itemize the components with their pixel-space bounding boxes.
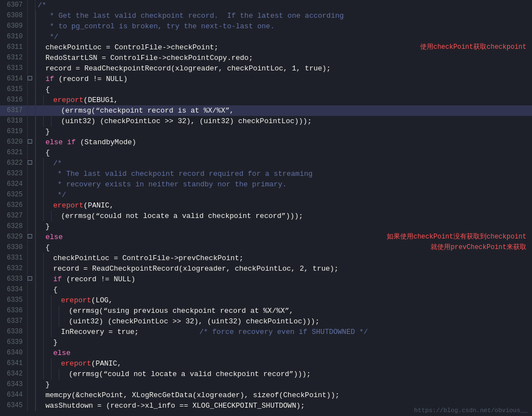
token-plain: (LOG,	[91, 296, 113, 305]
code-content: (uint32) (checkPointLoc >> 32), (uint32)…	[59, 116, 532, 126]
code-line: 6308 * Get the last valid checkpoint rec…	[0, 11, 532, 21]
token-plain: {	[45, 243, 50, 252]
line-number: 6339	[0, 337, 28, 348]
code-line: 6340else	[0, 348, 532, 358]
fold-column	[28, 306, 35, 316]
code-content: }	[43, 126, 532, 137]
token-plain: (errmsg(“could not locate a valid checkp…	[69, 370, 311, 378]
code-content: }	[43, 221, 532, 232]
token-plain: InRecovery = true;	[61, 328, 139, 336]
line-number: 6331	[0, 253, 28, 263]
indent-guides	[35, 400, 43, 411]
indent-guides	[35, 369, 66, 379]
code-content: (errmsg(“checkpoint record is at %X/%X”,	[59, 105, 532, 116]
token-cmt: */	[53, 191, 66, 199]
code-line: 6328}	[0, 221, 532, 232]
line-number: 6323	[0, 169, 28, 179]
indent-guides	[35, 42, 43, 53]
token-plain: (StandbyMode)	[76, 138, 136, 146]
code-content: /*	[51, 158, 532, 169]
code-line: 6317(errmsg(“checkpoint record is at %X/…	[0, 105, 532, 116]
fold-column	[28, 21, 35, 32]
token-plain: }	[53, 338, 58, 347]
code-line: 6321{	[0, 148, 532, 158]
line-number: 6318	[0, 116, 28, 126]
indent-guides	[35, 137, 43, 148]
fold-column: -	[28, 158, 35, 169]
code-line: 6309 * to pg_control is broken, try the …	[0, 21, 532, 32]
code-line: 6339}	[0, 337, 532, 348]
token-cmt: */	[45, 33, 58, 41]
code-line: 6316ereport(DEBUG1,	[0, 95, 532, 105]
indent-guides	[35, 74, 43, 84]
token-plain: (uint32) (checkPointLoc >> 32), (uint32)…	[61, 117, 311, 125]
indent-guides	[35, 221, 43, 232]
token-cmt: * recovery exists in neither standby nor…	[53, 180, 287, 189]
token-red-fn: ereport	[53, 96, 84, 104]
fold-column	[28, 63, 35, 74]
fold-column	[28, 285, 35, 295]
fold-column	[28, 242, 35, 253]
token-plain: checkPointLoc = ControlFile->checkPoint;	[45, 43, 218, 52]
token-plain: }	[45, 381, 50, 389]
indent-guides	[35, 379, 43, 390]
token-plain: {	[45, 85, 50, 94]
line-number: 6330	[0, 242, 28, 253]
line-number: 6315	[0, 84, 28, 95]
fold-icon[interactable]: -	[28, 276, 32, 281]
token-plain: (PANIC,	[84, 201, 114, 210]
token-red-fn: ereport	[61, 296, 91, 305]
line-number: 6312	[0, 53, 28, 63]
token-plain: record = ReadCheckpointRecord(xlogreader…	[53, 265, 339, 273]
fold-column: -	[28, 137, 35, 148]
code-line: 6332record = ReadCheckpointRecord(xlogre…	[0, 263, 532, 274]
code-content: */	[51, 190, 532, 200]
indent-guides	[35, 84, 43, 95]
fold-icon[interactable]: -	[28, 139, 32, 144]
token-plain: (record != NULL)	[54, 75, 128, 83]
fold-icon[interactable]: -	[28, 234, 32, 239]
fold-column	[28, 116, 35, 126]
token-plain	[63, 138, 67, 146]
indent-guides	[35, 21, 43, 32]
token-red-fn: ereport	[53, 201, 84, 210]
code-line: 6344memcpy(&checkPoint, XLogRecGetData(x…	[0, 390, 532, 400]
indent-guides	[35, 32, 43, 42]
indent-guides	[35, 11, 43, 21]
fold-column	[28, 200, 35, 211]
code-line: 6311checkPointLoc = ControlFile->checkPo…	[0, 42, 532, 53]
token-plain: wasShutdown = (record->xl_info == XLOG_C…	[45, 402, 305, 410]
fold-column	[28, 11, 35, 21]
line-number: 6340	[0, 348, 28, 358]
line-number: 6334	[0, 285, 28, 295]
indent-guides	[35, 53, 43, 63]
indent-guides	[35, 148, 43, 158]
fold-icon[interactable]: -	[28, 76, 32, 80]
indent-guides	[35, 285, 51, 295]
fold-icon[interactable]: -	[28, 160, 32, 165]
indent-guides	[35, 126, 43, 137]
fold-column	[28, 295, 35, 306]
code-line: 6337(uint32) (checkPointLoc >> 32), (uin…	[0, 316, 532, 327]
code-line: 6314-if (record != NULL)	[0, 74, 532, 84]
line-number: 6333	[0, 274, 28, 285]
watermark: https://blog.csdn.net/obvious__	[414, 407, 528, 414]
fold-column	[28, 32, 35, 42]
token-comment_start: /*	[38, 1, 47, 9]
fold-column	[28, 400, 35, 411]
indent-guides	[35, 105, 59, 116]
indent-guides	[35, 337, 51, 348]
fold-column	[28, 253, 35, 263]
code-line: 6336(errmsg(“using previous checkpoint r…	[0, 306, 532, 316]
fold-column	[28, 263, 35, 274]
line-number: 6324	[0, 179, 28, 190]
token-plain: (errmsg(“could not locate a valid checkp…	[61, 212, 303, 220]
token-cmt: /* force recovery even if SHUTDOWNED */	[139, 328, 367, 336]
indent-guides	[35, 274, 51, 285]
line-number: 6341	[0, 358, 28, 369]
code-content: (uint32) (checkPointLoc >> 32), (uint32)…	[66, 316, 532, 327]
fold-column	[28, 348, 35, 358]
token-plain: memcpy(&checkPoint, XLogRecGetData(xlogr…	[45, 391, 340, 399]
code-content: {	[43, 148, 532, 158]
fold-column	[28, 53, 35, 63]
